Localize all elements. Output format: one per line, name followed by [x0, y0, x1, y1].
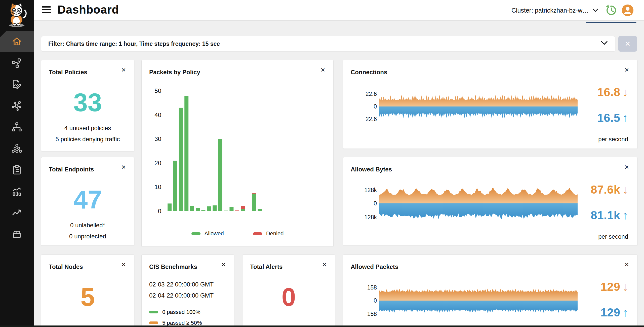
cis-date-range: 02-03-22 00:00:00 GMT 02-04-22 00:00:00 …: [149, 279, 214, 301]
inbound-rate: 16.8↓: [522, 85, 628, 99]
legend-item-passed-100: 0 passed 100%: [149, 307, 202, 317]
sidebar-item-activity[interactable]: [0, 180, 34, 202]
y-axis-zero-label: 0: [350, 297, 377, 304]
home-icon: [11, 36, 23, 47]
user-avatar-icon: [622, 5, 633, 16]
card-title: Total Policies: [49, 69, 87, 76]
card-title: Allowed Bytes: [351, 166, 392, 173]
card-title: Total Endpoints: [49, 166, 94, 173]
outbound-rate: 129↑: [522, 306, 628, 319]
sidebar-item-topology[interactable]: [0, 116, 34, 138]
close-icon[interactable]: ✕: [322, 262, 327, 268]
policy-edit-icon: [11, 79, 23, 90]
timeline-trend-icon: [11, 207, 23, 219]
chart-legend: Allowed Denied: [142, 230, 333, 237]
arrow-down-icon: ↓: [622, 183, 628, 196]
user-avatar[interactable]: [622, 5, 633, 16]
outbound-rate: 81.1k↑: [522, 208, 628, 222]
arrow-up-icon: ↑: [622, 306, 628, 319]
sidebar-item-timeline[interactable]: [0, 202, 34, 223]
y-axis-zero-label: 0: [350, 103, 377, 110]
topology-icon: [11, 121, 23, 133]
rate-unit: per second: [553, 233, 628, 240]
close-icon[interactable]: ✕: [221, 262, 226, 268]
arrow-down-icon: ↓: [622, 86, 628, 99]
total-policies-notes: 4 unused policies 5 policies denying tra…: [41, 123, 134, 145]
chevron-down-icon: [593, 9, 598, 12]
svg-text:50: 50: [154, 87, 161, 94]
svg-text:40: 40: [154, 112, 161, 118]
total-policies-value: 33: [41, 88, 134, 117]
passed-50-swatch: [149, 321, 158, 324]
history-button[interactable]: [605, 4, 617, 16]
sidebar-item-policies[interactable]: [0, 74, 34, 95]
cis-benchmarks-card: CIS Benchmarks ✕ 02-03-22 00:00:00 GMT 0…: [141, 255, 234, 327]
packets-by-policy-chart: 01020304050: [142, 78, 334, 241]
y-axis-zero-label: 0: [350, 200, 377, 207]
passed-100-swatch: [149, 311, 158, 313]
sidebar-item-network-mesh[interactable]: [0, 95, 34, 116]
card-title: Total Alerts: [250, 263, 283, 270]
endpoints-cluster-icon: [11, 143, 23, 154]
close-icon[interactable]: ✕: [121, 262, 126, 268]
allowed-bytes-card: Allowed Bytes ✕ 128k 0 128k 87.6k↓ 81.1k…: [343, 157, 637, 246]
filter-clear-button[interactable]: ✕: [618, 36, 637, 52]
arrow-down-icon: ↓: [622, 280, 628, 293]
legend-item-allowed: Allowed: [191, 230, 224, 237]
compliance-clipboard-icon: [11, 164, 23, 176]
close-icon[interactable]: ✕: [320, 67, 325, 73]
sidebar: [0, 0, 34, 327]
close-icon[interactable]: ✕: [624, 164, 629, 170]
y-axis-bottom-label: 158: [350, 311, 377, 317]
outbound-rate: 16.5↑: [522, 111, 628, 125]
top-header: Dashboard Cluster: patrickzhan-bz-w…: [34, 0, 644, 21]
allowed-swatch: [191, 232, 200, 235]
svg-text:30: 30: [154, 135, 161, 142]
card-title: CIS Benchmarks: [149, 263, 197, 270]
svg-text:10: 10: [154, 184, 161, 190]
filter-dropdown[interactable]: Filter: Charts time range: 1 hour, Time …: [41, 36, 615, 52]
filter-dropdown-label: Filter: Charts time range: 1 hour, Time …: [48, 41, 220, 47]
cis-legend: 0 passed 100% 5 passed ≥ 50%: [149, 307, 202, 327]
arrow-up-icon: ↑: [622, 111, 628, 124]
denied-swatch: [253, 232, 262, 235]
service-graph-icon: [11, 57, 23, 69]
close-icon[interactable]: ✕: [121, 164, 126, 170]
total-alerts-value: 0: [243, 283, 335, 311]
network-mesh-icon: [11, 100, 23, 112]
total-nodes-value: 5: [41, 283, 134, 311]
card-title: Packets by Policy: [149, 69, 200, 76]
close-icon[interactable]: ✕: [624, 67, 629, 73]
sidebar-item-service-graph[interactable]: [0, 52, 34, 74]
close-icon[interactable]: ✕: [624, 262, 629, 268]
card-title: Allowed Packets: [351, 263, 398, 270]
inbound-rate: 129↓: [522, 280, 628, 294]
packets-by-policy-card: Packets by Policy ✕ 01020304050 Allowed …: [141, 60, 334, 247]
y-axis-bottom-label: 22.6: [350, 116, 377, 123]
activity-chart-icon: [11, 186, 23, 197]
arrow-up-icon: ↑: [622, 209, 628, 222]
cluster-selector[interactable]: Cluster: patrickzhan-bz-w…: [511, 0, 598, 21]
total-endpoints-notes: 0 unlabelled* 0 unprotected: [41, 220, 134, 242]
sidebar-item-images[interactable]: [0, 223, 34, 245]
sidebar-item-endpoints[interactable]: [0, 138, 34, 159]
close-icon[interactable]: ✕: [121, 67, 126, 73]
svg-text:20: 20: [154, 160, 161, 166]
svg-text:0: 0: [158, 208, 161, 214]
history-clock-icon: [605, 4, 617, 16]
page-title: Dashboard: [57, 3, 119, 16]
legend-item-denied: Denied: [253, 230, 284, 237]
window-edge: [0, 325, 644, 327]
hamburger-menu-icon[interactable]: [42, 6, 51, 15]
card-title: Total Nodes: [49, 263, 83, 270]
allowed-packets-card: Allowed Packets ✕ 158 0 158 129↓ 129↑ pe…: [343, 255, 637, 327]
sidebar-item-home[interactable]: [0, 31, 34, 52]
total-policies-card: Total Policies ✕ 33 4 unused policies 5 …: [41, 60, 134, 151]
sidebar-item-compliance[interactable]: [0, 159, 34, 180]
artifact-navy-line: [586, 22, 636, 23]
y-axis-bottom-label: 128k: [350, 214, 377, 221]
images-box-icon: [11, 228, 23, 240]
calico-cat-logo[interactable]: [0, 0, 34, 31]
y-axis-top-label: 158: [350, 284, 377, 291]
chevron-down-icon: [601, 41, 608, 45]
